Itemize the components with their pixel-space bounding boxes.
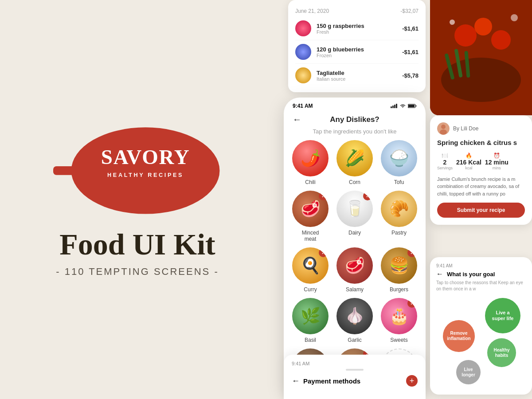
goals-header: 9:41 AM [436,263,526,268]
right-section: By Lili Doe Spring chicken & citrus s 🍽️… [426,0,532,399]
svg-rect-10 [416,106,417,107]
payment-header: 9:41 AM [292,361,418,366]
ingredient-basil[interactable]: 🌿 Basil [291,298,330,343]
status-icons [391,104,417,108]
corn-circle: 🌽 [336,140,373,176]
transaction-card: June 21, 2020 -$32,07 150 g raspberries … [288,0,426,92]
logo-spoon-svg: SAVORY HEALTHY RECIPES [53,119,222,221]
transaction-sub-1: Fresh [317,29,402,35]
burger-label: Burgers [390,286,408,293]
tofu-circle: 🍚 [381,140,417,176]
transaction-name-3: Tagliatelle [317,70,402,76]
ingredient-garlic[interactable]: 🧄 Garlic [335,298,374,343]
transaction-amount-3: -$5,78 [402,72,419,79]
sweets-check: ✓ [407,299,416,308]
payment-add-button[interactable]: + [406,375,418,387]
transaction-info-2: 120 g blueberries Frozen [317,46,402,58]
goals-time: 9:41 AM [436,263,453,268]
author-avatar-img [437,122,450,135]
goals-title: What is your goal [447,271,495,278]
meat-check: ✓ [319,192,328,200]
recipe-description: Jamie Cullum's brunch recipe is a m comb… [437,176,525,198]
transaction-item-3: Tagliatelle Italian source -$5,78 [295,64,419,87]
chili-circle: 🌶️ [292,140,329,176]
svg-rect-9 [408,105,415,107]
stat-time: ⏰ 12 minu mins [485,153,509,170]
transaction-name-2: 120 g blueberries [317,46,402,53]
burger-circle: 🍔 ✓ [381,247,417,284]
salamy-label: Salamy [346,286,364,293]
ingredient-sweets[interactable]: 🎂 ✓ Sweets [379,298,419,343]
blueberry-avatar [295,44,311,60]
ingredient-minced-meat[interactable]: 🥩 ✓ Mincedmeat [291,191,330,242]
subtitle-text: - 110 TEMPTING SCREENS - [56,266,219,278]
bubble-live-longer[interactable]: Livelonger [456,360,481,384]
svg-point-19 [450,20,455,25]
curry-circle: 🍳 ✓ [292,247,329,284]
submit-recipe-button[interactable]: Submit your recipe [437,203,525,218]
bubble-healthy-habits[interactable]: Healthyhabits [487,338,516,367]
dairy-circle: 🥛 ✓ [336,191,373,227]
payment-card: 9:41 AM ← Payment methods + [284,355,426,399]
recipe-stats: 🍽️ 2 Servings 🔥 216 Kcal kcal ⏰ 12 minu … [437,153,525,170]
tofu-label: Tofu [394,179,404,185]
kcal-label: kcal [465,166,472,170]
date-row: June 21, 2020 -$32,07 [295,5,419,17]
recipe-image-card [430,0,532,115]
ingredient-salamy[interactable]: 🥩 Salamy [335,247,374,293]
payment-nav: ← Payment methods [292,376,360,386]
garlic-circle: 🧄 [336,298,373,334]
svg-rect-6 [394,105,395,108]
svg-rect-5 [392,106,394,108]
battery-icon [408,104,417,108]
transaction-date: June 21, 2020 [295,8,329,14]
bubble-super-life[interactable]: Live asuper life [485,298,520,333]
meat-label: Mincedmeat [302,230,319,242]
servings-icon: 🍽️ [442,153,448,159]
goals-bubbles: Live asuper life Removeinflamation Healt… [436,296,526,393]
payment-title-row: ← Payment methods + [292,375,418,387]
burger-check: ✓ [407,248,416,257]
sweets-circle: 🎂 ✓ [381,298,417,334]
ingredient-burgers[interactable]: 🍔 ✓ Burgers [379,247,419,293]
payment-back[interactable]: ← [292,376,300,386]
curry-check: ✓ [319,248,328,257]
time-value: 12 minu [485,159,509,166]
garlic-label: Garlic [348,337,361,343]
ingredient-tofu[interactable]: 🍚 Tofu [379,140,419,185]
transaction-info-1: 150 g raspberries Fresh [317,23,402,35]
goals-back[interactable]: ← [436,270,443,278]
author-name: By Lili Doe [453,125,478,132]
dairy-label: Dairy [348,230,361,236]
bubble-inflammation[interactable]: Removeinflamation [443,320,475,352]
svg-rect-4 [391,106,392,108]
screen-subtitle: Tap the ingredients you don't like [284,128,426,140]
kcal-icon: 🔥 [466,153,472,159]
sweets-label: Sweets [390,337,407,343]
transaction-info-3: Tagliatelle Italian source [317,70,402,82]
recipe-title: Spring chicken & citrus s [437,138,525,147]
kcal-value: 216 Kcal [456,159,481,166]
stat-servings: 🍽️ 2 Servings [437,153,453,170]
ingredient-dairy[interactable]: 🥛 ✓ Dairy [335,191,374,242]
svg-point-23 [440,129,447,135]
author-avatar [437,122,450,135]
svg-rect-7 [396,104,397,108]
svg-point-1 [71,127,220,214]
transaction-sub-3: Italian source [317,76,402,82]
ingredient-curry[interactable]: 🍳 ✓ Curry [291,247,330,293]
screen-title: Any Dislikes? [330,115,379,124]
svg-point-20 [511,14,518,21]
basil-label: Basil [305,337,316,343]
time-icon: ⏰ [493,153,500,159]
back-button[interactable]: ← [293,114,301,125]
signal-icon [391,104,398,108]
svg-text:SAVORY: SAVORY [101,145,190,168]
stat-kcal: 🔥 216 Kcal kcal [456,153,481,170]
goals-title-row: ← What is your goal [436,270,526,278]
dairy-check: ✓ [363,192,372,200]
ingredient-corn[interactable]: 🌽 Corn [335,140,374,185]
ingredient-chili[interactable]: 🌶️ Chili [291,140,330,185]
transaction-total: -$32,07 [400,8,419,14]
ingredient-pastry[interactable]: 🥐 Pastry [379,191,419,242]
